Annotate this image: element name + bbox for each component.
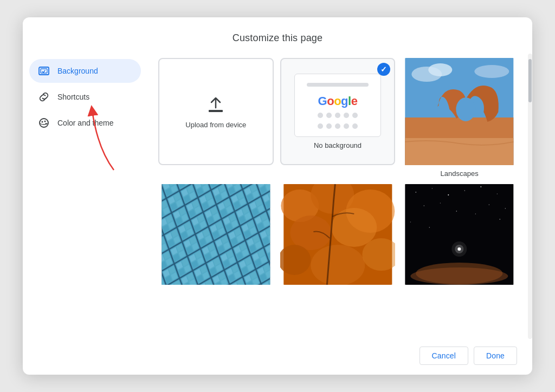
svg-point-53 [452, 241, 467, 257]
svg-point-34 [416, 192, 417, 193]
svg-point-50 [411, 267, 508, 285]
svg-point-4 [44, 121, 46, 122]
svg-point-35 [432, 188, 433, 188]
scrollbar-thumb[interactable] [528, 59, 532, 102]
svg-point-44 [505, 208, 506, 208]
sidebar-item-shortcuts[interactable]: Shortcuts [29, 85, 141, 109]
google-logo: Google [318, 95, 358, 107]
upload-icon [205, 95, 226, 115]
background-grid-bottom [158, 184, 517, 285]
dialog-footer: Cancel Done [23, 339, 532, 375]
done-button[interactable]: Done [474, 347, 517, 365]
blue-grid-image [158, 184, 274, 285]
palette-icon [38, 117, 50, 129]
svg-point-3 [42, 121, 43, 123]
svg-point-9 [429, 63, 453, 76]
no-bg-preview: Google [294, 74, 381, 137]
sidebar-background-label: Background [57, 67, 98, 75]
svg-point-12 [456, 97, 476, 121]
landscapes-image [402, 58, 517, 165]
sidebar-item-color-theme[interactable]: Color and theme [29, 111, 141, 135]
svg-point-36 [448, 194, 449, 195]
title-text: Customize this page [233, 32, 323, 43]
dialog-title: Customize this page [23, 17, 532, 54]
svg-point-40 [424, 205, 424, 206]
landscapes-label: Landscapes [402, 169, 517, 178]
dots-row-2 [318, 123, 358, 129]
svg-rect-22 [162, 184, 270, 285]
landscapes-thumb [402, 58, 517, 165]
sidebar: Background Shortcuts [23, 54, 147, 339]
svg-point-39 [497, 193, 498, 194]
svg-rect-13 [405, 138, 514, 165]
background-icon [38, 65, 50, 77]
dialog-body: Background Shortcuts [23, 54, 532, 339]
svg-point-41 [440, 203, 441, 204]
svg-point-45 [410, 222, 411, 223]
sidebar-shortcuts-label: Shortcuts [57, 93, 89, 101]
svg-point-46 [500, 219, 501, 220]
dots-row-1 [318, 113, 358, 118]
svg-rect-6 [209, 110, 223, 112]
sidebar-color-theme-label: Color and theme [57, 119, 114, 127]
fake-search-bar [307, 83, 369, 87]
no-bg-label: No background [314, 141, 362, 149]
svg-point-43 [489, 204, 489, 205]
no-background-item[interactable]: ✓ Google No background [280, 58, 396, 165]
svg-point-2 [40, 119, 48, 127]
orange-image [280, 184, 396, 285]
svg-rect-1 [41, 69, 47, 73]
upload-item[interactable]: Upload from device [158, 58, 274, 165]
selected-checkmark: ✓ [377, 63, 390, 76]
svg-point-42 [456, 211, 457, 212]
space-image [402, 184, 517, 285]
sidebar-item-background[interactable]: Background [29, 59, 141, 83]
svg-point-10 [475, 65, 509, 78]
main-content: Upload from device ✓ Google [147, 54, 532, 339]
cancel-button[interactable]: Cancel [420, 347, 468, 365]
space-item[interactable] [402, 184, 517, 285]
dialog: Customize this page Background [23, 17, 532, 375]
svg-rect-32 [283, 184, 392, 285]
svg-point-38 [481, 186, 482, 187]
svg-point-37 [464, 190, 465, 191]
landscapes-item[interactable]: Landscapes [402, 58, 517, 178]
scrollbar[interactable] [528, 54, 532, 339]
link-icon [38, 91, 50, 103]
orange-item[interactable] [280, 184, 396, 285]
svg-point-47 [475, 213, 476, 214]
blue-grid-item[interactable] [158, 184, 274, 285]
background-grid-top: Upload from device ✓ Google [158, 58, 517, 178]
upload-label: Upload from device [185, 121, 246, 129]
svg-point-48 [429, 227, 430, 227]
